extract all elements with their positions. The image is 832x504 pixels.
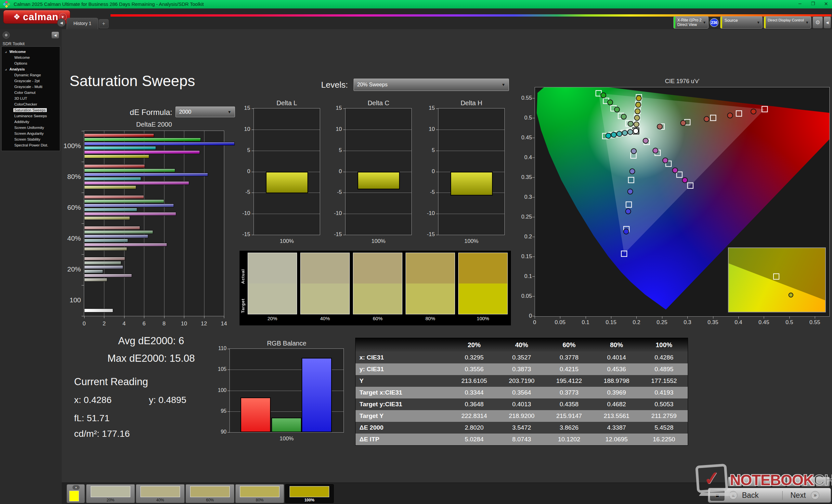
group-label: 100: [55, 296, 81, 304]
table-cell: 0.3873: [498, 363, 545, 375]
source-dropdown[interactable]: Source ▼: [720, 16, 762, 29]
patch-thumbnail-80%[interactable]: 80%: [235, 484, 284, 503]
panel-collapse-button[interactable]: ◀: [824, 16, 831, 29]
tab-history-1[interactable]: History 1: [67, 18, 98, 29]
playback-button-7[interactable]: ●: [816, 477, 830, 486]
sidebar-item-spectral-power-dist-[interactable]: Spectral Power Dist.: [2, 142, 60, 148]
sidebar-item-analysis[interactable]: ◢Analysis: [2, 66, 60, 72]
playback-button-6[interactable]: ●: [801, 477, 815, 486]
bar: [84, 186, 136, 189]
add-tab-button[interactable]: +: [99, 19, 108, 28]
table-cell: 0.4682: [593, 398, 640, 410]
x-tick-label: 100%: [254, 238, 320, 245]
sidebar-item-screen-uniformity[interactable]: Screen Uniformity: [2, 125, 60, 131]
x-tick-label: 2: [98, 320, 110, 327]
meter-count-badge[interactable]: 236: [710, 18, 719, 27]
axis-tick: [252, 193, 254, 193]
sidebar-item-screen-angularity[interactable]: Screen Angularity: [2, 131, 60, 136]
stop-button[interactable]: ■: [710, 490, 724, 501]
tree-expand-icon[interactable]: ◢: [5, 49, 6, 55]
back-button[interactable]: « Back: [729, 491, 775, 500]
y-tick-label: 0.4: [515, 154, 532, 161]
playback-button-1[interactable]: ●: [728, 477, 742, 486]
bar: [84, 181, 189, 185]
sidebar-item-colorchecker[interactable]: ColorChecker: [2, 101, 60, 107]
y-tick-label: 5: [236, 147, 250, 153]
sidebar-item-luminance-sweeps[interactable]: Luminance Sweeps: [2, 113, 60, 119]
bar: [84, 204, 174, 207]
playback-button-4[interactable]: ●: [772, 477, 786, 486]
table-cell: 213.5561: [593, 410, 640, 422]
maximize-icon[interactable]: ❐: [811, 1, 815, 6]
table-cell: 0.3344: [450, 387, 498, 398]
meter-dropdown[interactable]: X-Rite i1Pro 2 Direct View ▼: [673, 16, 708, 29]
bar: [84, 177, 141, 180]
bar: [84, 257, 125, 260]
sidebar-item-options[interactable]: Options: [2, 60, 60, 66]
y-tick-label: 0.5: [515, 115, 532, 121]
close-icon[interactable]: ✕: [824, 1, 828, 7]
levels-dropdown[interactable]: 20% Sweeps ▼: [354, 79, 509, 91]
playback-button-2[interactable]: ●: [743, 477, 757, 486]
axis-tick: [228, 369, 230, 370]
axis-tick: [252, 235, 254, 235]
actual-swatch: [353, 253, 402, 283]
de-formula-label: dE Formula:: [107, 108, 172, 117]
gridline: [345, 130, 412, 130]
sidebar: ◀ SDR Toolkit ◢WelcomeWelcomeOptions◢Ana…: [0, 29, 62, 504]
de-formula-value: 2000: [179, 109, 191, 115]
reading-x: x: 0.4286: [74, 395, 111, 405]
tree-item-label: Luminance Sweeps: [13, 114, 48, 118]
table-cell: 177.1552: [640, 375, 688, 387]
minimize-icon[interactable]: –: [799, 1, 802, 6]
table-cell: 195.4122: [545, 375, 593, 387]
y-tick-label: -10: [236, 210, 250, 217]
sidebar-item-grayscale-multi[interactable]: Grayscale - Multi: [2, 84, 60, 90]
patch-thumbnail-100%[interactable]: 100%: [285, 484, 334, 503]
patch-thumbnail-40%[interactable]: 40%: [136, 484, 185, 503]
gridline: [104, 131, 104, 316]
page-title: Saturation Sweeps: [70, 72, 195, 90]
patch-label: 80%: [236, 498, 284, 502]
bar: [84, 274, 132, 277]
axis-tick: [764, 316, 764, 318]
sidebar-item-screen-stability[interactable]: Screen Stability: [2, 136, 60, 142]
patch-label: 100%: [285, 498, 334, 502]
title-bar: Calman 2025 Calman Ultimate for Business…: [0, 0, 832, 8]
table-cell: 0.4013: [498, 398, 545, 410]
display-control-dropdown[interactable]: Direct Display Control ▼: [764, 16, 811, 29]
axis-tick: [224, 316, 224, 318]
y-tick-label: 110: [213, 345, 227, 352]
axis-tick: [204, 316, 204, 318]
dot-icon: [5, 34, 7, 36]
patch-thumbnail-20%[interactable]: 20%: [86, 484, 135, 503]
sidebar-item-saturation-sweeps[interactable]: Saturation Sweeps: [2, 107, 60, 113]
sidebar-filter-button[interactable]: [3, 31, 10, 39]
tree-expand-icon[interactable]: ◢: [5, 66, 6, 73]
sidebar-item-grayscale-2pt[interactable]: Grayscale - 2pt: [2, 78, 60, 84]
red-bar: [240, 397, 271, 432]
sidebar-item-dynamic-range[interactable]: Dynamic Range: [2, 72, 60, 78]
next-button[interactable]: Next »: [782, 491, 819, 500]
x-tick-label: 100%: [230, 436, 343, 442]
expand-patches-button[interactable]: ▲: [73, 485, 80, 490]
de-formula-dropdown[interactable]: 2000 ▼: [176, 107, 235, 117]
table-cell: 0.4193: [640, 387, 688, 398]
sidebar-collapse-button[interactable]: ◀: [51, 31, 59, 39]
sidebar-item-welcome[interactable]: Welcome: [2, 55, 60, 60]
playback-button-5[interactable]: ●: [786, 477, 801, 486]
tab-scroll-left-button[interactable]: ◀: [57, 19, 66, 27]
settings-button[interactable]: ⚙: [812, 16, 823, 29]
sidebar-item-color-gamut[interactable]: Color Gamut: [2, 90, 60, 95]
patch-thumbnail-60%[interactable]: 60%: [186, 484, 234, 503]
sidebar-item-3d-lut[interactable]: 3D LUT: [2, 95, 60, 101]
playback-button-3[interactable]: ●: [757, 477, 771, 486]
y-tick-label: -5: [328, 189, 342, 196]
sidebar-item-welcome[interactable]: ◢Welcome: [2, 49, 60, 55]
sidebar-item-additivity[interactable]: Additivity: [2, 119, 60, 125]
table-header-cell: 40%: [498, 338, 545, 352]
gridline: [144, 131, 144, 316]
table-cell: 213.6105: [450, 375, 498, 387]
swatch-pair-20%: [248, 253, 297, 314]
y-tick-label: -5: [420, 189, 435, 196]
